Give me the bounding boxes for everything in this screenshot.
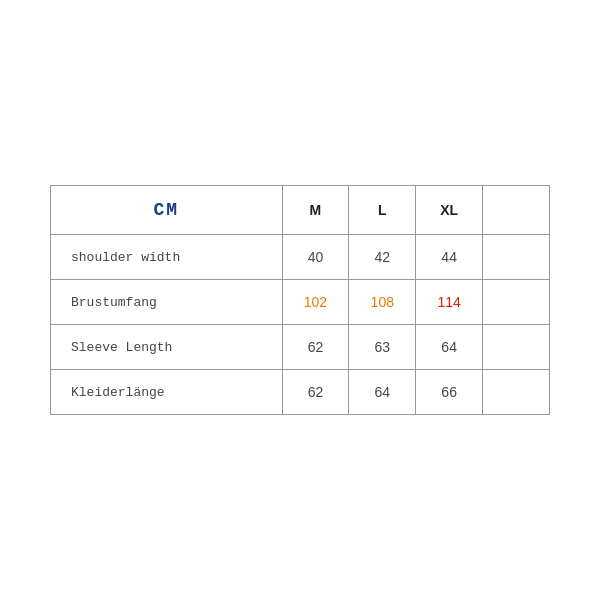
size-m-header: M: [282, 186, 349, 235]
cell-0-0: 40: [282, 235, 349, 280]
cell-3-1: 64: [349, 370, 416, 415]
size-table: CM M L XL shoulder width404244Brustumfan…: [50, 185, 550, 415]
row-label-2: Sleeve Length: [51, 325, 283, 370]
cell-2-1: 63: [349, 325, 416, 370]
row-label-0: shoulder width: [51, 235, 283, 280]
row-extra-0: [483, 235, 550, 280]
cm-header: CM: [51, 186, 283, 235]
cell-3-2: 66: [416, 370, 483, 415]
table-row: Sleeve Length626364: [51, 325, 550, 370]
cell-1-2: 114: [416, 280, 483, 325]
size-xl-header: XL: [416, 186, 483, 235]
table-row: shoulder width404244: [51, 235, 550, 280]
cell-2-0: 62: [282, 325, 349, 370]
cell-1-0: 102: [282, 280, 349, 325]
table-row: Kleiderlänge626466: [51, 370, 550, 415]
size-l-header: L: [349, 186, 416, 235]
cell-0-2: 44: [416, 235, 483, 280]
size-table-container: CM M L XL shoulder width404244Brustumfan…: [50, 185, 550, 415]
row-label-3: Kleiderlänge: [51, 370, 283, 415]
extra-header: [483, 186, 550, 235]
table-header-row: CM M L XL: [51, 186, 550, 235]
cell-1-1: 108: [349, 280, 416, 325]
table-row: Brustumfang102108114: [51, 280, 550, 325]
row-extra-3: [483, 370, 550, 415]
cell-2-2: 64: [416, 325, 483, 370]
row-extra-2: [483, 325, 550, 370]
cell-3-0: 62: [282, 370, 349, 415]
cell-0-1: 42: [349, 235, 416, 280]
row-extra-1: [483, 280, 550, 325]
row-label-1: Brustumfang: [51, 280, 283, 325]
